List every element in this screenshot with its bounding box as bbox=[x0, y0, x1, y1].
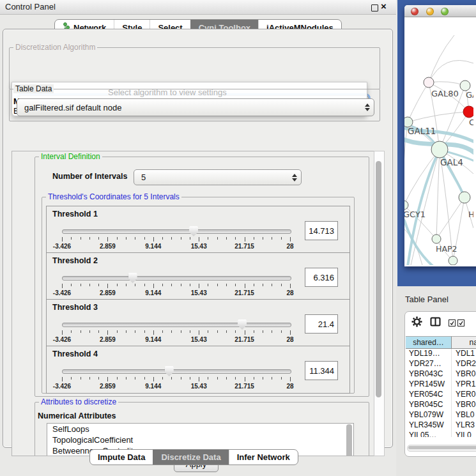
slider-tick bbox=[126, 377, 127, 380]
network-edge[interactable] bbox=[436, 197, 464, 239]
slider-tick bbox=[81, 237, 81, 240]
slider-thumb[interactable] bbox=[238, 319, 247, 330]
threshold-panel: Threshold 3-3.4262.8599.14415.4321.71528… bbox=[46, 299, 350, 347]
slider-tick bbox=[171, 377, 172, 380]
network-edge[interactable] bbox=[436, 150, 440, 239]
slider-track[interactable] bbox=[62, 276, 291, 280]
attribute-list-item[interactable]: TopologicalCoefficient bbox=[47, 434, 353, 445]
network-edge[interactable] bbox=[408, 82, 429, 122]
slider-tick bbox=[263, 330, 263, 333]
slider-tick bbox=[263, 237, 263, 240]
table-panel-title: Table Panel bbox=[405, 295, 449, 304]
panel-vertical-scrollbar[interactable] bbox=[374, 151, 385, 456]
float-window-icon[interactable] bbox=[371, 4, 378, 12]
slider-track[interactable] bbox=[62, 323, 291, 327]
slider-track[interactable] bbox=[62, 229, 291, 234]
network-node[interactable] bbox=[432, 234, 441, 243]
slider-tick-label: 15.43 bbox=[185, 383, 213, 390]
network-node[interactable] bbox=[459, 192, 470, 203]
tab-discretize-data[interactable]: Discretize Data bbox=[153, 450, 228, 464]
control-panel-titlebar: Control Panel bbox=[0, 0, 396, 15]
network-node[interactable] bbox=[460, 81, 470, 91]
minimize-traffic-light-icon[interactable] bbox=[426, 8, 434, 15]
slider-tick bbox=[162, 330, 163, 333]
network-node[interactable] bbox=[463, 106, 473, 118]
network-edge[interactable] bbox=[408, 112, 469, 122]
table-rows: YDL19…YDL1YDR27…YDR2YBR043CYBR0YPR145WYP… bbox=[406, 349, 476, 437]
slider-tick bbox=[254, 284, 254, 286]
slider-tick bbox=[62, 377, 63, 381]
slider-tick bbox=[181, 377, 181, 380]
network-view-window[interactable]: GAL80GACGAL11GAL4GCY1HHAP2 bbox=[404, 5, 476, 266]
table-row[interactable]: YER054CYER0 bbox=[406, 390, 476, 400]
close-traffic-light-icon[interactable] bbox=[411, 8, 418, 15]
slider-thumb[interactable] bbox=[189, 226, 198, 236]
slider-tick-label: 21.715 bbox=[231, 243, 259, 250]
slider-tick-label: -3.426 bbox=[48, 243, 76, 250]
network-node[interactable] bbox=[424, 77, 434, 88]
slider-tick bbox=[190, 377, 190, 380]
threshold-value[interactable]: 11.344 bbox=[305, 361, 338, 380]
scrollbar-thumb[interactable] bbox=[408, 446, 476, 449]
slider-thumb[interactable] bbox=[128, 273, 137, 283]
table-row[interactable]: YDL19…YDL1 bbox=[406, 349, 476, 359]
slider-tick bbox=[199, 377, 199, 381]
network-node[interactable] bbox=[431, 141, 448, 158]
combo-stepper-icon bbox=[361, 104, 374, 111]
slider-tick bbox=[272, 284, 272, 286]
slider-tick bbox=[272, 330, 272, 333]
slider-tick bbox=[226, 284, 227, 286]
network-canvas[interactable]: GAL80GACGAL11GAL4GCY1HHAP2 bbox=[404, 17, 473, 265]
table-row[interactable]: YBR045CYBR0 bbox=[406, 400, 476, 410]
table-row[interactable]: YLR345WYLR3 bbox=[406, 420, 476, 431]
table-row[interactable]: YBR043CYBR0 bbox=[406, 369, 476, 380]
tab-impute-data[interactable]: Impute Data bbox=[90, 450, 153, 464]
attribute-list-item[interactable]: SelfLoops bbox=[47, 424, 353, 434]
threshold-panel: Threshold 1-3.4262.8599.14415.4321.71528… bbox=[46, 206, 350, 254]
slider-thumb[interactable] bbox=[165, 366, 174, 376]
slider-tick bbox=[144, 284, 145, 286]
slider-tick bbox=[272, 237, 272, 240]
zoom-traffic-light-icon[interactable] bbox=[441, 8, 449, 15]
slider-tick bbox=[171, 237, 172, 240]
network-window-titlebar[interactable] bbox=[404, 5, 476, 17]
cell-shared-name: YDR27… bbox=[406, 359, 452, 369]
network-node[interactable] bbox=[449, 256, 457, 265]
table-horizontal-scrollbar[interactable] bbox=[407, 445, 476, 452]
slider-tick bbox=[117, 284, 118, 286]
threshold-label: Threshold 1 bbox=[52, 210, 98, 219]
tab-label: Impute Data bbox=[98, 452, 145, 462]
gear-icon[interactable] bbox=[411, 316, 422, 330]
slider-tick bbox=[162, 237, 163, 240]
slider-tick bbox=[98, 237, 99, 240]
column-header-name[interactable]: name bbox=[452, 336, 476, 349]
column-header-shared-name[interactable]: shared… bbox=[406, 336, 452, 349]
number-of-intervals-select[interactable]: 5 bbox=[134, 169, 302, 185]
scrollbar-thumb[interactable] bbox=[376, 161, 381, 397]
thresholds-group: Threshold's Coordinates for 5 Intervals … bbox=[42, 197, 355, 394]
attributes-scrollbar[interactable] bbox=[346, 424, 352, 456]
table-row[interactable]: YBL079WYBL0 bbox=[406, 410, 476, 420]
slider-tick bbox=[171, 330, 172, 333]
table-row[interactable]: YDR27…YDR2 bbox=[406, 359, 476, 369]
network-node[interactable] bbox=[404, 201, 408, 210]
table-data-select[interactable]: galFiltered.sif default node bbox=[17, 98, 374, 116]
slider-track[interactable] bbox=[62, 369, 291, 374]
table-row[interactable]: YIL05…YIL0 bbox=[406, 431, 476, 437]
network-edge[interactable] bbox=[429, 60, 473, 82]
tab-infer-network[interactable]: Infer Network bbox=[229, 450, 298, 464]
threshold-value[interactable]: 14.713 bbox=[305, 221, 338, 240]
checked-checkbox-icon[interactable] bbox=[457, 319, 464, 326]
split-columns-icon[interactable] bbox=[430, 317, 441, 329]
threshold-value[interactable]: 6.316 bbox=[305, 268, 338, 287]
tab-label: Infer Network bbox=[237, 452, 290, 462]
threshold-value[interactable]: 21.4 bbox=[305, 314, 338, 334]
slider-tick-label: 21.715 bbox=[231, 383, 259, 390]
slider-tick-label: 21.715 bbox=[231, 336, 259, 343]
checked-checkbox-icon[interactable] bbox=[449, 319, 456, 326]
slider-tick bbox=[89, 330, 90, 333]
settings-scroll-area: Interval Definition Number of Intervals … bbox=[12, 151, 385, 456]
close-icon[interactable]: × bbox=[381, 1, 387, 12]
slider-tick bbox=[62, 284, 63, 288]
table-row[interactable]: YPR145WYPR1 bbox=[406, 380, 476, 390]
